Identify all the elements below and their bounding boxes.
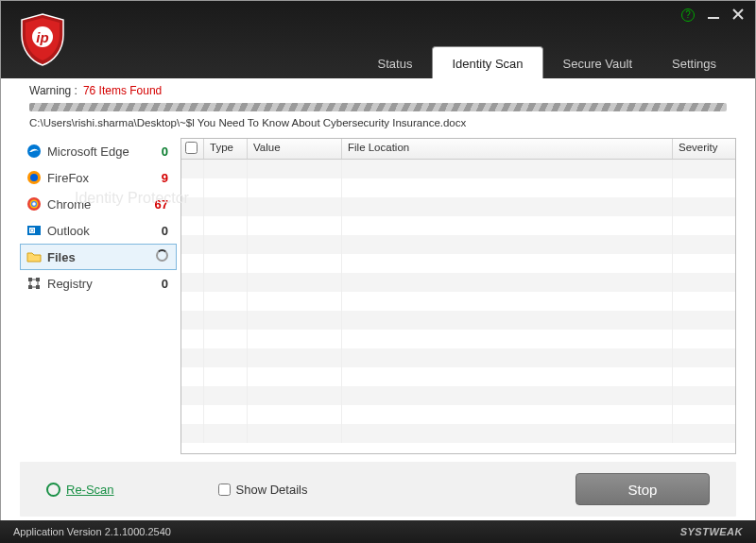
tab-bar: Status Identity Scan Secure Vault Settin…: [358, 46, 736, 78]
table-row: [181, 235, 735, 254]
table-row: [181, 367, 735, 386]
sidebar-item-count: 0: [147, 277, 168, 291]
tab-settings[interactable]: Settings: [652, 46, 736, 78]
table-header: Type Value File Location Severity: [181, 139, 735, 160]
svg-text:O: O: [30, 228, 35, 233]
sidebar-item-folder[interactable]: Files: [20, 244, 177, 270]
table-body: [181, 160, 735, 453]
table-row: [181, 273, 735, 292]
titlebar: ip Advanced Identity Protector ? Status …: [1, 1, 755, 78]
stop-button[interactable]: Stop: [576, 473, 710, 505]
svg-rect-14: [36, 278, 40, 281]
tab-identity-scan[interactable]: Identity Scan: [432, 46, 542, 78]
app-title-main: Advanced: [75, 0, 221, 189]
app-shield-icon: ip: [18, 12, 67, 67]
table-row: [181, 160, 735, 178]
logo-area: ip Advanced Identity Protector: [1, 0, 221, 207]
tab-status[interactable]: Status: [358, 46, 433, 78]
rescan-label: Re-Scan: [66, 483, 114, 497]
minimize-button[interactable]: [708, 8, 719, 22]
version-value: 2.1.1000.2540: [105, 526, 171, 537]
rescan-link[interactable]: Re-Scan: [46, 483, 114, 497]
sidebar-item-label: Outlook: [47, 224, 147, 238]
show-details-checkbox[interactable]: [218, 484, 231, 496]
status-bar: Application Version 2.1.1000.2540 SYSTWE…: [0, 520, 756, 543]
folder-icon: [26, 249, 42, 264]
results-table: Type Value File Location Severity: [180, 138, 736, 454]
rescan-icon: [46, 483, 60, 497]
table-row: [181, 424, 735, 443]
close-button[interactable]: [732, 8, 744, 22]
sidebar-item-label: Registry: [47, 277, 147, 291]
sidebar-item-count: [147, 249, 168, 264]
tab-secure-vault[interactable]: Secure Vault: [543, 46, 652, 78]
svg-rect-15: [28, 285, 32, 289]
outlook-icon: O: [26, 223, 42, 238]
help-icon[interactable]: ?: [681, 8, 695, 22]
app-title-sub: Identity Protector: [75, 189, 221, 207]
table-row: [181, 405, 735, 424]
table-row: [181, 311, 735, 330]
svg-rect-2: [708, 17, 719, 19]
sidebar-item-count: 0: [147, 224, 168, 238]
table-row: [181, 330, 735, 348]
svg-text:ip: ip: [36, 29, 48, 45]
brand-label: SYSTWEAK: [680, 526, 743, 537]
sidebar-item-label: Files: [47, 250, 147, 264]
svg-rect-13: [28, 278, 32, 281]
sidebar-item-registry[interactable]: Registry0: [20, 270, 177, 297]
table-row: [181, 254, 735, 273]
spinner-icon: [156, 249, 168, 262]
footer-actions: Re-Scan Show Details Stop: [20, 462, 736, 517]
table-row: [181, 216, 735, 235]
col-file-location[interactable]: File Location: [342, 139, 673, 159]
sidebar-item-outlook[interactable]: OOutlook0: [20, 217, 177, 244]
col-value[interactable]: Value: [248, 139, 342, 159]
col-severity[interactable]: Severity: [673, 139, 735, 159]
registry-icon: [26, 276, 42, 291]
version-label: Application Version: [13, 526, 102, 537]
table-row: [181, 348, 735, 367]
table-row: [181, 386, 735, 405]
show-details-label: Show Details: [236, 483, 308, 497]
table-row: [181, 292, 735, 311]
table-row: [181, 178, 735, 197]
table-row: [181, 197, 735, 216]
show-details-toggle[interactable]: Show Details: [218, 483, 308, 497]
svg-rect-16: [36, 285, 40, 289]
